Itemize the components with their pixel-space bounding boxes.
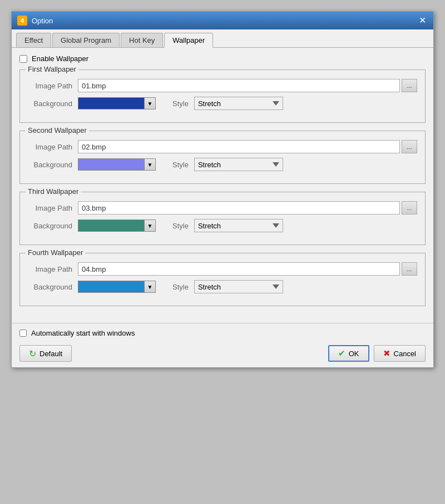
wallpaper-group-3: Third WallpaperImage Path...Background▼S… [19, 192, 426, 245]
color-dropdown-button-1[interactable]: ▼ [145, 97, 156, 109]
color-picker-wrapper-4: ▼ [78, 281, 156, 293]
browse-button-4[interactable]: ... [402, 262, 417, 276]
color-dropdown-button-3[interactable]: ▼ [145, 219, 156, 232]
wallpaper-group-title-3: Third Wallpaper [26, 187, 81, 196]
cancel-button[interactable]: ✖ Cancel [374, 345, 426, 362]
background-row-4: Background▼StyleStretchTileCenterFillFit [28, 280, 417, 293]
cancel-label: Cancel [394, 350, 416, 358]
background-label-1: Background [28, 99, 78, 108]
image-path-row-3: Image Path... [28, 201, 417, 214]
tab-content: Enable Wallpaper First WallpaperImage Pa… [12, 48, 433, 321]
wallpaper-group-title-4: Fourth Wallpaper [26, 248, 85, 257]
title-bar-left: 4 Option [17, 16, 53, 26]
enable-wallpaper-row: Enable Wallpaper [19, 54, 426, 63]
image-path-row-4: Image Path... [28, 262, 417, 276]
color-swatch-3[interactable] [78, 219, 145, 232]
default-button[interactable]: ↻ Default [19, 345, 72, 362]
window-title: Option [32, 17, 53, 25]
color-swatch-2[interactable] [78, 158, 145, 171]
color-swatch-4[interactable] [78, 281, 145, 293]
style-select-3[interactable]: StretchTileCenterFillFit [194, 219, 283, 232]
style-select-1[interactable]: StretchTileCenterFillFit [194, 97, 283, 110]
right-button-group: ✔ OK ✖ Cancel [328, 345, 426, 362]
close-button[interactable]: ✕ [417, 15, 428, 26]
background-row-1: Background▼StyleStretchTileCenterFillFit [28, 97, 417, 110]
wallpaper-groups: First WallpaperImage Path...Background▼S… [19, 69, 426, 306]
auto-start-label: Automatically start with windows [31, 329, 135, 337]
image-path-input-2[interactable] [78, 140, 400, 153]
refresh-icon: ↻ [29, 348, 36, 359]
color-swatch-1[interactable] [78, 97, 145, 109]
wallpaper-group-1: First WallpaperImage Path...Background▼S… [19, 69, 426, 123]
background-label-3: Background [28, 222, 78, 230]
ok-button[interactable]: ✔ OK [328, 345, 369, 362]
image-path-label-3: Image Path [28, 204, 78, 212]
style-label-4: Style [172, 283, 189, 291]
cancel-icon: ✖ [383, 348, 390, 358]
style-select-4[interactable]: StretchTileCenterFillFit [194, 280, 283, 293]
auto-start-checkbox[interactable] [19, 330, 27, 337]
enable-wallpaper-checkbox[interactable] [19, 55, 27, 63]
wallpaper-group-2: Second WallpaperImage Path...Background▼… [19, 131, 426, 184]
background-row-2: Background▼StyleStretchTileCenterFillFit [28, 158, 417, 171]
image-path-row-2: Image Path... [28, 140, 417, 153]
browse-button-2[interactable]: ... [402, 140, 417, 153]
bottom-section: Automatically start with windows ↻ Defau… [12, 323, 433, 367]
auto-start-row: Automatically start with windows [19, 329, 426, 337]
color-picker-wrapper-1: ▼ [78, 97, 156, 109]
background-label-4: Background [28, 283, 78, 291]
ok-icon: ✔ [338, 348, 345, 358]
style-label-1: Style [172, 99, 189, 108]
style-select-2[interactable]: StretchTileCenterFillFit [194, 158, 283, 171]
wallpaper-group-title-1: First Wallpaper [26, 65, 78, 73]
tab-effect[interactable]: Effect [16, 33, 51, 47]
color-picker-wrapper-3: ▼ [78, 219, 156, 232]
wallpaper-group-4: Fourth WallpaperImage Path...Background▼… [19, 253, 426, 306]
tab-bar: Effect Global Program Hot Key Wallpaper [12, 29, 433, 48]
tab-hot-key[interactable]: Hot Key [121, 33, 163, 47]
color-picker-wrapper-2: ▼ [78, 158, 156, 171]
browse-button-3[interactable]: ... [402, 201, 417, 214]
default-label: Default [39, 350, 62, 358]
image-path-input-3[interactable] [78, 201, 400, 214]
browse-button-1[interactable]: ... [402, 79, 417, 92]
app-icon: 4 [17, 16, 27, 26]
enable-wallpaper-label: Enable Wallpaper [32, 54, 88, 63]
image-path-row-1: Image Path... [28, 79, 417, 92]
background-label-2: Background [28, 161, 78, 169]
image-path-input-4[interactable] [78, 262, 400, 276]
image-path-label-1: Image Path [28, 82, 78, 90]
image-path-label-2: Image Path [28, 143, 78, 151]
color-dropdown-button-4[interactable]: ▼ [145, 281, 156, 293]
image-path-label-4: Image Path [28, 265, 78, 273]
button-row: ↻ Default ✔ OK ✖ Cancel [19, 345, 426, 362]
tab-wallpaper[interactable]: Wallpaper [164, 33, 213, 48]
color-dropdown-button-2[interactable]: ▼ [145, 158, 156, 171]
main-window: 4 Option ✕ Effect Global Program Hot Key… [11, 11, 434, 368]
title-bar: 4 Option ✕ [12, 12, 433, 29]
wallpaper-group-title-2: Second Wallpaper [26, 126, 89, 134]
background-row-3: Background▼StyleStretchTileCenterFillFit [28, 219, 417, 232]
tab-global-program[interactable]: Global Program [52, 33, 120, 47]
ok-label: OK [349, 350, 359, 358]
image-path-input-1[interactable] [78, 79, 400, 92]
style-label-3: Style [172, 222, 189, 230]
style-label-2: Style [172, 161, 189, 169]
